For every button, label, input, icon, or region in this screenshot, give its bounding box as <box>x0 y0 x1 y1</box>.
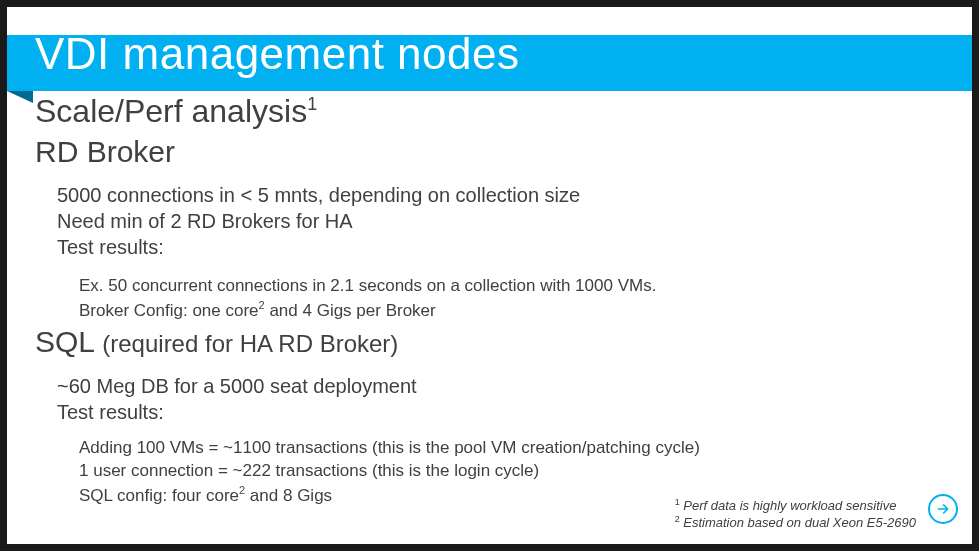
slide: VDI management nodes Scale/Perf analysis… <box>7 7 972 544</box>
body-line: 1 user connection = ~222 transactions (t… <box>79 460 700 483</box>
footnote-1: 1 Perf data is highly workload sensitive <box>675 497 916 515</box>
body-line: Ex. 50 concurrent connections in 2.1 sec… <box>79 275 656 298</box>
body-line: Test results: <box>57 234 580 260</box>
heading-sql-main: SQL <box>35 325 102 358</box>
heading-rd-broker: RD Broker <box>35 135 175 169</box>
rd-broker-body: 5000 connections in < 5 mnts, depending … <box>57 182 580 260</box>
body-line: Adding 100 VMs = ~1100 transactions (thi… <box>79 437 700 460</box>
arrow-right-icon <box>935 501 951 517</box>
subtitle-text: Scale/Perf analysis <box>35 93 307 129</box>
body-line: Broker Config: one core2 and 4 Gigs per … <box>79 298 656 323</box>
footnote-2: 2 Estimation based on dual Xeon E5-2690 <box>675 514 916 532</box>
next-slide-button[interactable] <box>928 494 958 524</box>
body-line: 5000 connections in < 5 mnts, depending … <box>57 182 580 208</box>
text-part: SQL config: four core <box>79 486 239 505</box>
body-line: SQL config: four core2 and 8 Gigs <box>79 483 700 508</box>
text-part: and 8 Gigs <box>245 486 332 505</box>
text-part: Broker Config: one core <box>79 301 259 320</box>
slide-title: VDI management nodes <box>35 29 520 79</box>
sql-body: ~60 Meg DB for a 5000 seat deployment Te… <box>57 373 417 425</box>
footnote-text: Estimation based on dual Xeon E5-2690 <box>680 516 916 531</box>
body-line: Test results: <box>57 399 417 425</box>
heading-sql-paren: (required for HA RD Broker) <box>102 330 398 357</box>
sql-sub: Adding 100 VMs = ~1100 transactions (thi… <box>79 437 700 507</box>
heading-sql: SQL (required for HA RD Broker) <box>35 325 398 359</box>
text-part: and 4 Gigs per Broker <box>265 301 436 320</box>
footnote-text: Perf data is highly workload sensitive <box>680 498 897 513</box>
subtitle-sup: 1 <box>307 94 317 114</box>
subtitle-scale-perf: Scale/Perf analysis1 <box>35 93 317 130</box>
body-line: ~60 Meg DB for a 5000 seat deployment <box>57 373 417 399</box>
rd-broker-sub: Ex. 50 concurrent connections in 2.1 sec… <box>79 275 656 323</box>
title-decoration <box>7 91 33 103</box>
footnotes: 1 Perf data is highly workload sensitive… <box>675 497 916 532</box>
body-line: Need min of 2 RD Brokers for HA <box>57 208 580 234</box>
